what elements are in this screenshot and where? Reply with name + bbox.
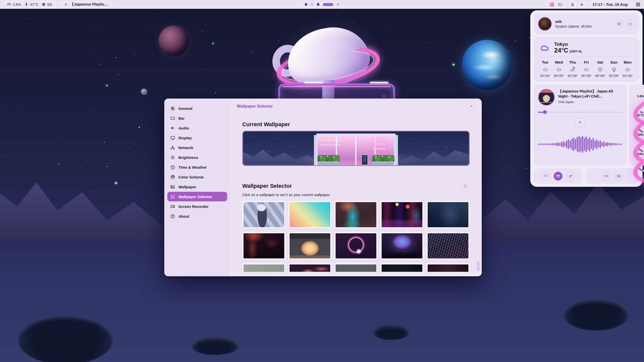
- settings-button[interactable]: ⚙: [615, 20, 623, 28]
- gear-icon: ⚙: [617, 22, 621, 26]
- cloud-icon: [583, 66, 589, 72]
- weather-timezone: (GMT+9): [570, 50, 582, 53]
- close-button[interactable]: [467, 102, 475, 110]
- tray-image-icon[interactable]: [558, 2, 562, 7]
- notifications-button[interactable]: [569, 1, 576, 8]
- forecast-day-wed: Wed35°/25°: [552, 60, 566, 78]
- sidebar-item-display[interactable]: Display: [167, 133, 227, 143]
- tray-app-icon[interactable]: [550, 2, 554, 7]
- forecast-day-sat: Sat36°/26°: [594, 60, 607, 78]
- screenshot-button[interactable]: [615, 172, 623, 180]
- workspace-dot[interactable]: [317, 3, 319, 6]
- selector-subtitle: Click on a wallpaper to set it as your c…: [242, 193, 470, 197]
- forecast-day-mon: Mon33°/26°: [621, 60, 634, 78]
- window-header: Wallpaper Selector: [230, 99, 482, 114]
- sidebar-item-color-scheme[interactable]: Color Scheme: [167, 172, 227, 182]
- palette-icon: [170, 175, 175, 179]
- power-icon: [628, 22, 632, 26]
- scrollbar-thumb[interactable]: [477, 262, 479, 271]
- cloud-icon: [542, 66, 548, 72]
- forecast-row: Tue33°/24°Wed35°/25°Thu33°/26°Fri35°/26°…: [539, 60, 634, 78]
- sidebar-item-wallpaper-selector[interactable]: Wallpaper Selector: [167, 192, 227, 201]
- sidebar-item-wallpaper[interactable]: Wallpaper: [167, 182, 227, 192]
- monitor-icon: [170, 135, 175, 140]
- wallpaper-thumb-dark-snow-castle[interactable]: [426, 201, 470, 229]
- system-stats-pill[interactable]: 1.8% 47°C 8G: [3, 1, 57, 8]
- app-launcher-button[interactable]: [634, 1, 641, 8]
- cafe-menu-board: [361, 155, 368, 165]
- workspace-indicator[interactable]: [301, 1, 343, 8]
- wallpaper-thumb-pink-mesh-waves[interactable]: [426, 232, 470, 260]
- slider-knob[interactable]: [543, 110, 547, 114]
- screen-record-button[interactable]: [602, 172, 611, 180]
- avatar: [538, 17, 552, 31]
- power-button[interactable]: [626, 20, 635, 28]
- network-icon: [170, 145, 175, 150]
- clock[interactable]: 17:17 - Tue, 19 Aug: [588, 1, 632, 8]
- balanced-profile-button[interactable]: [554, 172, 562, 180]
- sign-light: [370, 82, 388, 83]
- media-progress-slider[interactable]: [538, 110, 622, 114]
- cloud-icon: [556, 66, 562, 72]
- video-icon: [170, 204, 175, 209]
- window-title: Wallpaper Selector: [237, 104, 273, 109]
- sidebar-item-screen-recorder[interactable]: Screen Recorder: [167, 202, 227, 211]
- sidebar-item-general[interactable]: General: [167, 104, 227, 113]
- cafe-planter: [372, 155, 394, 165]
- thermo-gauge: 47°C: [633, 108, 644, 123]
- volume-icon: [580, 3, 584, 7]
- speedometer-icon: [543, 174, 548, 178]
- capture-group: [586, 169, 639, 183]
- settings-window: GeneralBarAudioDisplayNetworkBrightnessT…: [164, 99, 482, 276]
- wallpaper-image: [428, 202, 468, 227]
- sidebar-item-network[interactable]: Network: [167, 143, 227, 152]
- workspace-dot-active[interactable]: [323, 3, 333, 6]
- workspace-dot[interactable]: [305, 3, 307, 6]
- pause-icon: [64, 3, 68, 6]
- refresh-button[interactable]: [461, 182, 470, 191]
- screenshot-icon: [617, 174, 621, 178]
- wallpaper-image: [428, 233, 468, 258]
- cloud-icon: [624, 66, 631, 72]
- system-tray: [545, 1, 567, 8]
- wallpaper-image: [336, 202, 376, 227]
- wallpaper-thumb-nebula-forest[interactable]: [380, 232, 424, 260]
- crater: [18, 315, 113, 362]
- sidebar-item-about[interactable]: About: [167, 211, 227, 221]
- workspace-dot[interactable]: [337, 3, 339, 6]
- forecast-day-tue: Tue33°/24°: [539, 60, 552, 78]
- refresh-icon: [463, 184, 467, 188]
- sidebar-item-bar[interactable]: Bar: [167, 113, 227, 123]
- sidebar-item-time-weather[interactable]: Time & Weather: [167, 162, 227, 172]
- forecast-day-thu: Thu33°/26°: [566, 60, 579, 78]
- wallpaper-image: [382, 202, 422, 227]
- volume-button[interactable]: [579, 1, 586, 8]
- wallpaper-thumb-blurred-neon-abstract[interactable]: [334, 201, 378, 229]
- user-name: seb: [555, 19, 592, 24]
- powersave-profile-button[interactable]: [566, 172, 575, 180]
- pause-button[interactable]: [575, 117, 585, 127]
- workspace-dot[interactable]: [311, 3, 313, 6]
- top-bar: 1.8% 47°C 8G 【Japanese Playlist】 J... 17…: [0, 0, 644, 9]
- media-pill[interactable]: 【Japanese Playlist】 J...: [60, 1, 112, 8]
- wallpaper-thumb-purple-light-ring[interactable]: [334, 232, 378, 260]
- wallpaper-thumb-pastel-gradient[interactable]: [288, 201, 332, 229]
- settings-main: Wallpaper Selector Current Wallpaper Fre…: [230, 99, 482, 276]
- audio-waveform: [538, 127, 622, 161]
- wallpaper-thumb-anime-street-crosswalk[interactable]: [242, 201, 286, 229]
- settings-sidebar: GeneralBarAudioDisplayNetworkBrightnessT…: [164, 99, 230, 276]
- info-icon: [170, 214, 175, 219]
- wallpaper-image: [382, 233, 422, 258]
- sidebar-item-audio[interactable]: Audio: [167, 123, 227, 133]
- wallpaper-thumb-red-forest-silhouette[interactable]: [242, 232, 286, 260]
- performance-profile-button[interactable]: [541, 172, 550, 180]
- crater: [372, 324, 410, 340]
- wallpaper-thumb-neon-arcade-alley[interactable]: [380, 201, 424, 229]
- chip-gauge: 16%: [633, 127, 644, 143]
- current-wallpaper-preview: Fresh Moon Beans: [242, 131, 470, 166]
- wallpaper-thumb-lofi-coffee-shop[interactable]: [288, 232, 332, 260]
- sidebar-item-brightness[interactable]: Brightness: [167, 153, 227, 162]
- image-select-icon: [170, 194, 175, 199]
- selector-heading: Wallpaper Selector: [242, 183, 292, 189]
- clock-icon: [170, 165, 175, 170]
